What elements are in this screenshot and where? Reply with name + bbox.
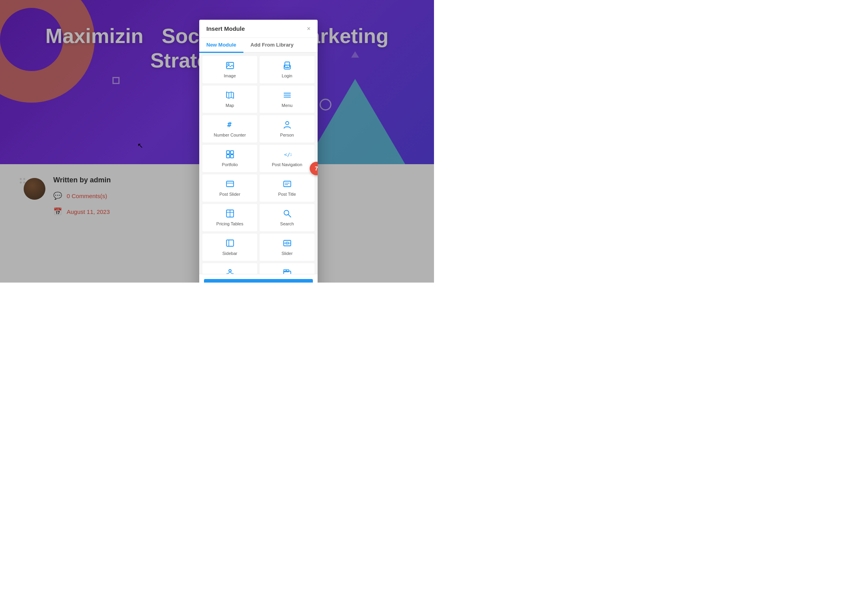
- svg-rect-13: [226, 151, 230, 154]
- image-label: Image: [224, 73, 236, 78]
- pricing-tables-label: Pricing Tables: [216, 221, 243, 226]
- svg-rect-20: [284, 181, 291, 187]
- module-map[interactable]: Map: [202, 86, 257, 113]
- insert-module-modal: Insert Module × New Module Add From Libr…: [199, 20, 318, 283]
- menu-icon: [283, 91, 292, 101]
- post-slider-icon: [226, 180, 234, 189]
- person-label: Person: [280, 133, 294, 137]
- modal-tabs: New Module Add From Library: [199, 38, 318, 53]
- explore-modules-button[interactable]: Explore More Divi Modules: [204, 279, 313, 283]
- svg-rect-16: [230, 155, 234, 158]
- slider-icon: [283, 239, 292, 249]
- modal-close-button[interactable]: ×: [307, 26, 311, 32]
- map-label: Map: [226, 103, 234, 108]
- modal-body: Image Login: [199, 53, 318, 274]
- module-tabs[interactable]: Tabs: [260, 263, 314, 274]
- login-icon: [283, 61, 292, 71]
- portfolio-label: Portfolio: [222, 162, 238, 167]
- svg-text:</>: </>: [284, 152, 292, 157]
- svg-text:#: #: [227, 120, 232, 129]
- module-menu[interactable]: Menu: [260, 86, 314, 113]
- module-number-counter[interactable]: # Number Counter: [202, 115, 257, 142]
- module-sidebar[interactable]: Sidebar: [202, 234, 257, 261]
- module-slider[interactable]: Slider: [260, 234, 314, 261]
- svg-point-26: [284, 210, 289, 215]
- modal-title: Insert Module: [206, 25, 245, 32]
- tab-add-from-library[interactable]: Add From Library: [243, 38, 301, 52]
- modal-header: Insert Module ×: [199, 20, 318, 38]
- tab-new-module[interactable]: New Module: [199, 38, 243, 53]
- sidebar-label: Sidebar: [223, 251, 238, 256]
- svg-rect-40: [286, 270, 289, 272]
- modal-footer: Explore More Divi Modules: [199, 274, 318, 283]
- svg-point-12: [286, 122, 289, 125]
- post-navigation-icon: </>: [283, 150, 292, 160]
- image-icon: [226, 61, 234, 71]
- social-media-follow-icon: [226, 268, 234, 274]
- svg-rect-14: [230, 151, 234, 154]
- tabs-icon: [283, 268, 292, 274]
- module-person[interactable]: Person: [260, 115, 314, 142]
- modules-grid: Image Login: [202, 56, 314, 274]
- sidebar-icon: [226, 239, 234, 249]
- svg-point-33: [229, 270, 231, 272]
- svg-marker-5: [226, 92, 234, 98]
- module-social-media-follow[interactable]: Social Media Follow: [202, 263, 257, 274]
- module-post-slider[interactable]: Post Slider: [202, 174, 257, 202]
- module-search[interactable]: Search: [260, 204, 314, 231]
- pricing-tables-icon: [226, 209, 234, 219]
- post-title-icon: [283, 180, 292, 189]
- number-counter-label: Number Counter: [214, 133, 246, 137]
- module-portfolio[interactable]: Portfolio: [202, 145, 257, 172]
- svg-line-36: [228, 272, 230, 274]
- menu-label: Menu: [282, 103, 293, 108]
- person-icon: [283, 120, 292, 130]
- module-pricing-tables[interactable]: Pricing Tables: [202, 204, 257, 231]
- svg-rect-15: [226, 155, 230, 158]
- map-icon: [226, 91, 234, 101]
- module-login[interactable]: Login: [260, 56, 314, 83]
- post-title-label: Post Title: [278, 192, 296, 197]
- post-slider-label: Post Slider: [219, 192, 240, 197]
- post-navigation-label: Post Navigation: [272, 162, 302, 167]
- number-counter-icon: #: [226, 120, 234, 130]
- svg-line-27: [288, 215, 291, 217]
- svg-rect-18: [226, 181, 234, 187]
- slider-label: Slider: [281, 251, 292, 256]
- search-label: Search: [280, 221, 294, 226]
- svg-rect-28: [226, 240, 234, 246]
- module-post-title[interactable]: Post Title: [260, 174, 314, 202]
- module-image[interactable]: Image: [202, 56, 257, 83]
- login-label: Login: [282, 73, 292, 78]
- search-icon: [283, 209, 292, 219]
- svg-rect-38: [284, 271, 291, 274]
- portfolio-icon: [226, 150, 234, 160]
- svg-point-4: [286, 67, 288, 68]
- svg-line-37: [230, 272, 232, 274]
- module-post-navigation[interactable]: </> Post Navigation: [260, 145, 314, 172]
